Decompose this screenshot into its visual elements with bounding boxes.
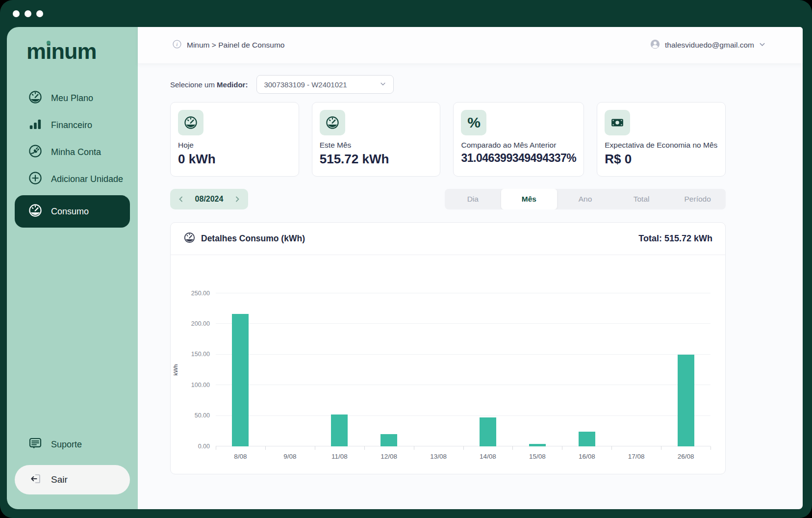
sidebar-item-meu-plano[interactable]: Meu Plano [7, 85, 138, 112]
stat-card-economia: Expectativa de Economia no Mês R$ 0 [597, 102, 726, 177]
stat-card-label: Este Mês [320, 141, 433, 150]
chart-header: Detalhes Consumo (kWh) Total: 515.72 kWh [171, 223, 725, 255]
period-nav: 08/2024 [170, 189, 248, 209]
x-tick-label: 14/08 [463, 446, 513, 460]
breadcrumb: i Minum > Painel de Consumo [172, 39, 284, 51]
window-controls[interactable] [13, 10, 43, 17]
plus-circle-icon [28, 171, 43, 188]
logo-text: minum [26, 39, 97, 64]
sidebar-item-suporte[interactable]: Suporte [7, 431, 138, 458]
y-tick-label: 200.00 [191, 320, 210, 327]
chevron-down-icon [759, 41, 766, 50]
stat-card-label: Hoje [178, 141, 291, 150]
stat-card-value: 31.046399349494337% [461, 152, 576, 165]
bar-slot [414, 293, 463, 446]
x-axis-tick [611, 446, 612, 450]
stat-card-label: Expectativa de Economia no Mês [605, 141, 718, 150]
logout-label: Sair [51, 474, 68, 485]
user-menu[interactable]: thalesviduedo@gmail.com [650, 39, 766, 52]
x-axis-tick [315, 446, 315, 450]
bar-slot [562, 293, 611, 446]
bar-slot [364, 293, 414, 446]
y-tick-label: 150.00 [191, 351, 210, 358]
meter-select[interactable]: 3007383109 - W2401021 [256, 75, 394, 94]
bar-11/08[interactable] [331, 414, 348, 446]
stat-card-value: R$ 0 [605, 152, 718, 167]
y-tick-label: 50.00 [195, 412, 210, 419]
x-axis-tick [265, 446, 266, 450]
x-axis-tick [463, 446, 464, 450]
bar-chart-icon [28, 117, 43, 134]
sidebar-item-minha-conta[interactable]: Minha Conta [7, 139, 138, 166]
meter-selector-label: Selecione um Medidor: [170, 80, 248, 89]
x-axis-tick [364, 446, 365, 450]
sidebar-item-label: Meu Plano [51, 93, 93, 104]
tab-total[interactable]: Total [613, 189, 670, 209]
bar-26/08[interactable] [678, 355, 694, 446]
bar-14/08[interactable] [480, 417, 496, 446]
chevron-down-icon [380, 80, 386, 89]
window-titlebar [0, 0, 812, 27]
x-tick-label: 12/08 [364, 446, 414, 460]
bar-12/08[interactable] [381, 434, 397, 446]
window-dot-icon[interactable] [25, 10, 31, 17]
window-dot-icon[interactable] [13, 10, 20, 17]
sidebar-item-financeiro[interactable]: Financeiro [7, 112, 138, 139]
main-area: i Minum > Painel de Consumo thalesvidued… [138, 27, 803, 509]
sidebar-item-label: Financeiro [51, 120, 92, 130]
gauge-icon [28, 203, 43, 220]
x-axis-tick [562, 446, 562, 450]
sidebar-item-adicionar-unidade[interactable]: Adicionar Unidade [7, 166, 138, 193]
app-logo: minum [26, 39, 138, 64]
gauge-icon [320, 110, 345, 135]
support-chat-icon [28, 436, 43, 453]
sidebar: minum Meu Plano [7, 27, 138, 509]
window-dot-icon[interactable] [36, 10, 43, 17]
stat-card-hoje: Hoje 0 kWh [170, 102, 299, 177]
tab-dia[interactable]: Dia [445, 189, 501, 209]
stat-cards-row: Hoje 0 kWh Este Mês [170, 102, 726, 177]
sidebar-item-consumo[interactable]: Consumo [15, 195, 130, 228]
stat-card-comparado: % Comparado ao Mês Anterior 31.046399349… [453, 102, 584, 177]
topbar: i Minum > Painel de Consumo thalesvidued… [138, 27, 803, 63]
logout-button[interactable]: Sair [15, 465, 130, 494]
x-tick-label: 9/08 [265, 446, 315, 460]
tab-ano[interactable]: Ano [557, 189, 613, 209]
x-axis-tick [661, 446, 661, 450]
chevron-left-icon[interactable] [177, 195, 185, 203]
banknote-icon [605, 110, 630, 135]
avatar-icon [650, 39, 660, 52]
chevron-right-icon[interactable] [233, 195, 241, 203]
y-tick-label: 250.00 [191, 290, 210, 297]
sidebar-nav: Meu Plano Financeiro [7, 85, 138, 228]
sidebar-item-label: Adicionar Unidade [51, 174, 123, 184]
x-tick-label: 11/08 [315, 446, 364, 460]
x-tick-label: 15/08 [512, 446, 562, 460]
gauge-icon [183, 232, 196, 246]
x-tick-label: 17/08 [611, 446, 661, 460]
tab-mes[interactable]: Mês [501, 189, 558, 209]
bar-8/08[interactable] [232, 314, 249, 446]
meter-selector-row: Selecione um Medidor: 3007383109 - W2401… [170, 75, 726, 94]
sidebar-item-label: Minha Conta [51, 147, 101, 157]
x-axis-tick [512, 446, 513, 450]
x-tick-label: 8/08 [216, 446, 265, 460]
user-email: thalesviduedo@gmail.com [665, 41, 754, 50]
chart-total: Total: 515.72 kWh [638, 233, 712, 244]
view-tabs: Dia Mês Ano Total Período [445, 189, 726, 209]
x-tick-label: 13/08 [414, 446, 463, 460]
gauge-icon [28, 90, 43, 107]
percent-icon: % [461, 110, 486, 135]
x-tick-label: 26/08 [661, 446, 710, 460]
bar-16/08[interactable] [579, 432, 595, 446]
tab-periodo[interactable]: Período [669, 189, 726, 209]
meter-selector-label-prefix: Selecione um [170, 80, 217, 89]
stat-card-value: 515.72 kWh [320, 152, 433, 167]
y-axis-title: kWh [173, 364, 178, 376]
x-axis-tick [710, 446, 711, 450]
info-icon[interactable]: i [172, 39, 182, 51]
app-window: minum Meu Plano [0, 0, 812, 518]
sidebar-item-label: Consumo [51, 207, 89, 217]
chart-plot: kWh 250.00200.00150.00100.0050.000.00 [216, 293, 710, 446]
chart-card: Detalhes Consumo (kWh) Total: 515.72 kWh… [170, 222, 726, 474]
